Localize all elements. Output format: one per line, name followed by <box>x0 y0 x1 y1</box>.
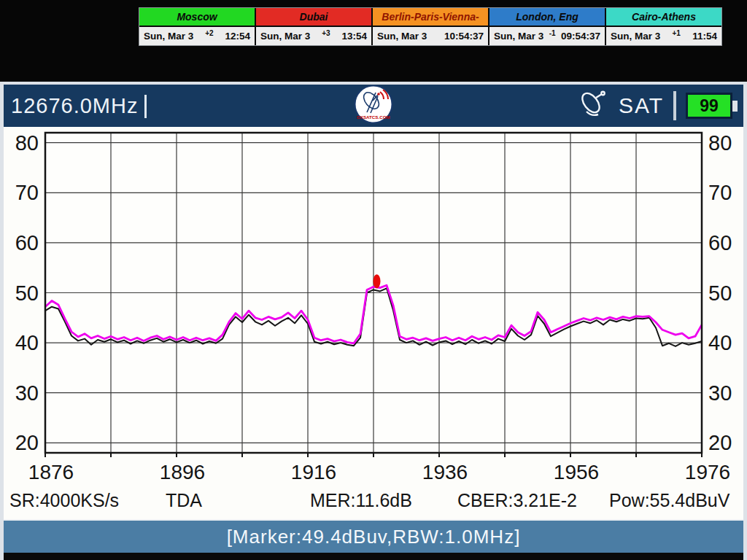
x-axis-label: 1956 <box>554 461 599 483</box>
clock-date: Sun, Mar 3 <box>260 31 310 42</box>
marker-readout: [Marker:49.4dBuv,RBW:1.0MHz] <box>227 526 521 548</box>
mer-readout: MER:11.6dB <box>310 490 412 511</box>
clock-city-time: Sun, Mar 3-109:54:37 <box>489 27 605 45</box>
clock-city-time: Sun, Mar 3+212:54 <box>139 27 255 45</box>
dxsatcs-logo: DXSATCS.COM <box>354 85 393 127</box>
battery-level: 99 <box>686 93 732 119</box>
clock-date: Sun, Mar 3 <box>144 31 193 42</box>
battery-indicator: 99 <box>686 93 738 119</box>
spectrum-chart-area: 8080707060605050404030302020187618961916… <box>4 127 743 519</box>
clock-utc-offset: +2 <box>204 29 214 37</box>
clock-city-column: London, EngSun, Mar 3-109:54:37 <box>489 8 606 45</box>
mode-readout: TDA <box>166 490 202 511</box>
clock-time: 13:54 <box>341 31 367 42</box>
x-axis-label: 1876 <box>28 461 74 483</box>
y-axis-label-left: 20 <box>15 431 39 454</box>
cber-readout: CBER:3.21E-2 <box>457 490 577 511</box>
y-axis-label-left: 40 <box>15 331 39 354</box>
clock-utc-offset: +1 <box>671 29 681 37</box>
analyzer-header: 12676.0MHz DXSATCS.COM <box>4 85 743 127</box>
x-axis-label: 1896 <box>160 461 205 483</box>
text-cursor <box>144 95 147 118</box>
clock-time: 10:54:37 <box>444 31 484 42</box>
clock-city-name: Cairo-Athens <box>606 8 721 27</box>
clock-city-time: Sun, Mar 3+313:54 <box>256 27 371 45</box>
x-axis-label: 1936 <box>422 461 468 483</box>
frequency-value: 12676.0MHz <box>11 94 138 117</box>
bottom-strip <box>4 553 743 560</box>
y-axis-label-left: 70 <box>15 181 39 204</box>
y-axis-label-right: 20 <box>708 431 732 454</box>
clock-time: 11:54 <box>692 31 717 42</box>
clock-date: Sun, Mar 3 <box>377 31 427 42</box>
peak-marker-icon <box>374 274 381 288</box>
clock-utc-offset: -1 <box>547 29 557 37</box>
y-axis-label-left: 50 <box>15 281 39 305</box>
clock-city-column: DubaiSun, Mar 3+313:54 <box>256 8 373 45</box>
sat-label: SAT <box>619 93 664 118</box>
clock-time: 09:54:37 <box>561 31 600 42</box>
y-axis-label-left: 60 <box>15 231 39 254</box>
power-readout: Pow:55.4dBuV <box>609 490 729 511</box>
y-axis-label-right: 40 <box>708 331 732 354</box>
clock-city-time: Sun, Mar 310:54:37 <box>373 27 488 45</box>
clock-city-column: MoscowSun, Mar 3+212:54 <box>139 8 256 45</box>
header-divider <box>673 91 676 120</box>
y-axis-label-right: 50 <box>708 281 732 305</box>
battery-nub <box>732 101 738 112</box>
clock-city-name: Dubai <box>256 8 371 27</box>
clock-time: 12:54 <box>225 31 250 42</box>
clock-city-name: London, Eng <box>489 8 605 27</box>
clock-city-column: Berlin-Paris-Vienna-RomaSun, Mar 310:54:… <box>373 8 489 45</box>
y-axis-label-left: 80 <box>15 131 39 155</box>
world-clock-bar: MoscowSun, Mar 3+212:54DubaiSun, Mar 3+3… <box>139 7 722 46</box>
x-axis-label: 1916 <box>291 461 336 483</box>
clock-city-time: Sun, Mar 3+111:54 <box>606 27 721 45</box>
clock-date: Sun, Mar 3 <box>611 31 660 42</box>
clock-city-column: Cairo-AthensSun, Mar 3+111:54 <box>606 8 721 45</box>
y-axis-label-right: 30 <box>708 381 732 405</box>
logo-text: DXSATCS.COM <box>357 114 390 120</box>
y-axis-label-right: 70 <box>708 181 732 204</box>
marker-bar: [Marker:49.4dBuv,RBW:1.0MHz] <box>4 519 743 553</box>
satellite-dish-icon <box>577 89 609 122</box>
clock-utc-offset: +3 <box>321 29 331 37</box>
sat-status-group: SAT 99 <box>577 85 738 127</box>
symbol-rate-readout: SR:4000KS/s <box>9 490 119 511</box>
clock-city-name: Moscow <box>139 8 255 27</box>
y-axis-label-right: 60 <box>708 231 732 254</box>
clock-city-name: Berlin-Paris-Vienna-Roma <box>373 8 488 27</box>
y-axis-label-right: 80 <box>708 131 732 155</box>
analyzer-panel: 12676.0MHz DXSATCS.COM <box>0 82 747 560</box>
spectrum-svg: 8080707060605050404030302020187618961916… <box>4 127 743 519</box>
clock-date: Sun, Mar 3 <box>494 31 543 42</box>
x-axis-label: 1976 <box>685 461 730 483</box>
y-axis-label-left: 30 <box>15 381 39 405</box>
frequency-input[interactable]: 12676.0MHz <box>11 94 147 118</box>
